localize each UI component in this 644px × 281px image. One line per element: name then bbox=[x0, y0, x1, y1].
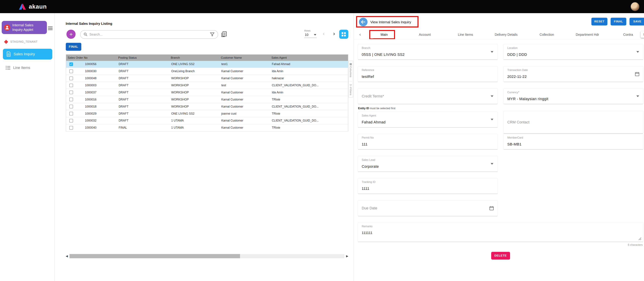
list-copy-icon[interactable] bbox=[221, 31, 227, 37]
row-checkbox[interactable]: ✓ bbox=[69, 62, 73, 66]
remarks-field[interactable]: Remarks 111111 bbox=[358, 222, 644, 242]
membercard-field[interactable]: MemberCard SB-MB1 bbox=[503, 134, 644, 150]
tab-contra[interactable]: Contra bbox=[608, 30, 644, 39]
horizontal-scrollbar: ◀ ▶ bbox=[66, 254, 348, 259]
columns-tab[interactable]: ▦ Columns bbox=[349, 63, 352, 77]
reference-field[interactable]: Reference testRef bbox=[358, 66, 498, 82]
table-row[interactable]: ✓1000040FINAL1 UTAMAKamal CustomerTRixie bbox=[66, 124, 348, 131]
cell-posting-status: DRAFT bbox=[116, 105, 169, 108]
column-header[interactable]: Posting Status bbox=[116, 56, 169, 59]
back-button[interactable] bbox=[359, 18, 368, 26]
cell-order-no: 1000030 bbox=[85, 69, 96, 73]
row-checkbox[interactable]: ✓ bbox=[69, 119, 73, 123]
reset-button[interactable]: RESET bbox=[591, 18, 608, 25]
tab-account[interactable]: Account bbox=[404, 30, 445, 39]
tracking-id-field[interactable]: Tracking ID 1111 bbox=[358, 178, 498, 194]
sidebar-item-sales-inquiry[interactable]: Sales Inquiry bbox=[3, 49, 52, 59]
cell-branch: 1 UTAMA bbox=[169, 126, 219, 129]
tabs-scroll-right-icon[interactable]: › bbox=[641, 31, 644, 38]
cell-posting-status: DRAFT bbox=[116, 91, 169, 94]
table-row[interactable]: ✓1000029DRAFTONE LIVING SS2joanne custTR… bbox=[66, 110, 348, 117]
tab-department-hdr[interactable]: Department Hdr bbox=[567, 30, 608, 39]
detail-form: Branch 05SS | ONE LIVING SS2 Location DD… bbox=[354, 44, 644, 260]
resize-handle-icon[interactable] bbox=[638, 237, 642, 240]
final-button[interactable]: FINAL bbox=[610, 18, 626, 25]
column-header[interactable]: Sales Order No bbox=[66, 56, 116, 59]
detail-actions: RESETFINALSAVE bbox=[591, 18, 644, 25]
avatar[interactable] bbox=[630, 2, 640, 11]
table-row[interactable]: ✓1000016DRAFTWORKSHOPKamal CustomerTRixi… bbox=[66, 96, 348, 103]
top-bar: akaun bbox=[0, 0, 644, 13]
tab-line-items[interactable]: Line Items bbox=[445, 30, 486, 39]
final-filter-button[interactable]: FINAL bbox=[66, 43, 82, 50]
rows-per-page-select[interactable]: Rows 10 bbox=[304, 29, 318, 38]
grid-view-button[interactable] bbox=[339, 30, 348, 39]
cell-sales-agent: CLIENT_VALIDATION_GUID_DO... bbox=[270, 119, 348, 122]
row-checkbox[interactable]: ✓ bbox=[69, 112, 73, 115]
column-header[interactable]: Sales Agent bbox=[270, 56, 348, 59]
permit-no-field[interactable]: Permit No 111 bbox=[358, 134, 498, 150]
sidebar-item-label: Line Items bbox=[13, 66, 30, 70]
credit-terms-field[interactable]: Credit Terms* bbox=[358, 88, 498, 104]
search-input[interactable] bbox=[90, 32, 208, 36]
filters-tab[interactable]: ▽ Filters bbox=[349, 81, 352, 95]
tab-delivery-details[interactable]: Delivery Details bbox=[486, 30, 526, 39]
cell-customer-name: test1 bbox=[219, 62, 270, 66]
tab-main[interactable]: Main bbox=[364, 30, 404, 39]
scrollbar-track[interactable] bbox=[70, 254, 344, 258]
table-row[interactable]: ✓1000030DRAFTOneLiving BranchKamal Custo… bbox=[66, 68, 348, 75]
sidebar-item-tenant[interactable]: STAGING_TENANT bbox=[4, 40, 54, 44]
sidebar-item-applet[interactable]: Internal Sales Inquiry Applet bbox=[2, 21, 47, 34]
cell-customer-name: joanne cust bbox=[219, 112, 270, 115]
currency-field[interactable]: Currency* MYR - Malaysian ringgit bbox=[503, 88, 644, 104]
sales-agent-field[interactable]: Sales Agent Fahad Ahmad bbox=[358, 112, 498, 128]
cell-branch: OneLiving Branch bbox=[169, 69, 219, 73]
scrollbar-thumb[interactable] bbox=[70, 254, 240, 258]
transaction-date-field[interactable]: Transaction Date 2022-11-22 bbox=[503, 66, 644, 82]
delete-button[interactable]: DELETE bbox=[491, 252, 510, 260]
scroll-right-icon[interactable]: ▶ bbox=[346, 254, 348, 258]
chevron-down-icon bbox=[636, 51, 639, 53]
collapse-menu-icon[interactable] bbox=[48, 24, 53, 32]
location-field[interactable]: Location DDD | DDD bbox=[503, 44, 644, 60]
table-row[interactable]: ✓1000056DRAFTONE LIVING SS2test1Fahad Ah… bbox=[66, 61, 348, 68]
previous-page-button[interactable]: ‹ bbox=[323, 30, 325, 37]
tab-collection[interactable]: Collection bbox=[526, 30, 567, 39]
sidebar-item-line-items[interactable]: Line Items bbox=[6, 66, 54, 70]
row-checkbox[interactable]: ✓ bbox=[69, 76, 73, 80]
row-checkbox[interactable]: ✓ bbox=[69, 98, 73, 101]
chevron-down-icon bbox=[491, 51, 493, 53]
row-checkbox[interactable]: ✓ bbox=[69, 69, 73, 73]
save-button[interactable]: SAVE bbox=[630, 18, 644, 25]
cell-branch: WORKSHOP bbox=[169, 91, 219, 94]
cell-sales-agent: TRixie bbox=[270, 126, 348, 129]
row-checkbox[interactable]: ✓ bbox=[69, 90, 73, 94]
table-row[interactable]: ✓1000037DRAFTWORKSHOPKamal CustomerIda A… bbox=[66, 89, 348, 96]
chevron-down-icon bbox=[314, 34, 316, 35]
filters-tab-label: Filters bbox=[349, 87, 352, 95]
crm-contact-field[interactable]: CRM Contact bbox=[503, 111, 644, 134]
row-checkbox[interactable]: ✓ bbox=[69, 84, 73, 87]
branch-field[interactable]: Branch 05SS | ONE LIVING SS2 bbox=[358, 44, 498, 60]
table-row[interactable]: ✓1000018DRAFTWORKSHOPKamal CustomerCLIEN… bbox=[66, 103, 348, 110]
add-button[interactable]: + bbox=[66, 30, 76, 39]
row-checkbox[interactable]: ✓ bbox=[69, 105, 73, 108]
sales-lead-field[interactable]: Sales Lead Corporate bbox=[358, 156, 498, 172]
filter-icon[interactable] bbox=[210, 32, 214, 36]
next-page-button[interactable]: › bbox=[333, 30, 335, 37]
cell-order-no: 1000056 bbox=[85, 62, 96, 66]
due-date-field[interactable]: Due Date bbox=[358, 200, 498, 216]
scroll-left-icon[interactable]: ◀ bbox=[66, 254, 68, 258]
tabs-scroll-left-icon[interactable]: ‹ bbox=[356, 32, 364, 37]
column-header[interactable]: Customer Name bbox=[219, 56, 270, 59]
row-checkbox[interactable]: ✓ bbox=[69, 126, 73, 130]
calendar-icon[interactable] bbox=[489, 206, 494, 211]
table-row[interactable]: ✓1000032DRAFT1 UTAMAKamal CustomerCLIENT… bbox=[66, 117, 348, 124]
column-header[interactable]: Branch bbox=[169, 56, 219, 59]
search-box[interactable] bbox=[80, 30, 218, 39]
table-row[interactable]: ✓1000003DRAFTWORKSHOPtestCLIENT_VALIDATI… bbox=[66, 82, 348, 89]
calendar-icon[interactable] bbox=[635, 72, 640, 76]
cell-posting-status: DRAFT bbox=[116, 112, 169, 115]
cell-branch: WORKSHOP bbox=[169, 98, 219, 101]
table-row[interactable]: ✓1000048DRAFTWORKSHOPKamal Customerhakna… bbox=[66, 75, 348, 82]
